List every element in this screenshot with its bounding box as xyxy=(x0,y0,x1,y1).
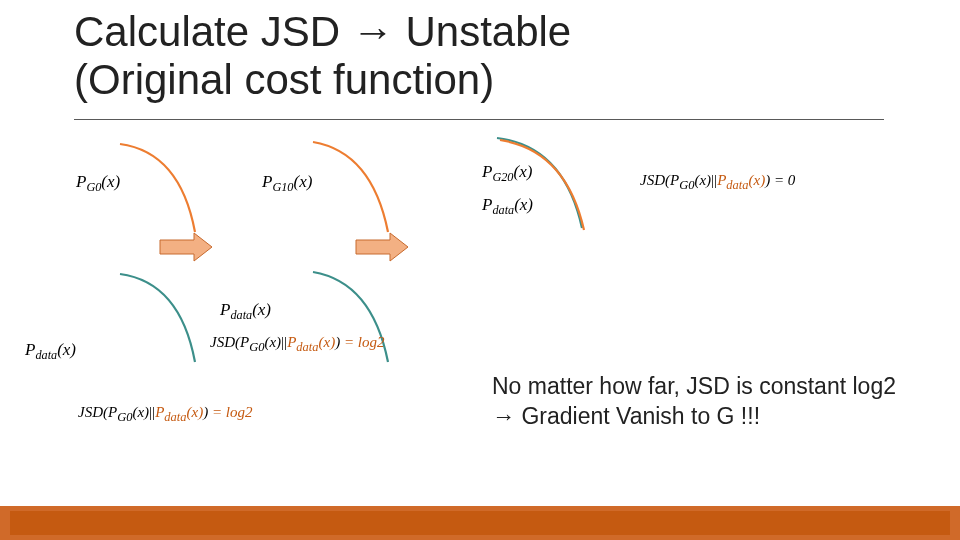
caption-line-2: → Gradient Vanish to G !!! xyxy=(492,403,760,429)
arc-pg0 xyxy=(120,144,195,232)
label-pdata-top: Pdata(x) xyxy=(482,195,533,218)
arc-pg10 xyxy=(313,142,388,232)
bottom-caption: No matter how far, JSD is constant log2 … xyxy=(492,372,922,432)
arc-pdata-1 xyxy=(120,274,195,362)
footer-bar-inner xyxy=(10,511,950,535)
label-pg0: PG0(x) xyxy=(76,172,120,195)
label-pg10: PG10(x) xyxy=(262,172,312,195)
diagram-canvas xyxy=(0,0,960,540)
equation-jsd-log2-b: JSD(PG0(x)||Pdata(x)) = log2 xyxy=(210,334,384,355)
arrow-2 xyxy=(356,233,408,261)
label-pg20: PG20(x) xyxy=(482,162,532,185)
equation-jsd-log2-a: JSD(PG0(x)||Pdata(x)) = log2 xyxy=(78,404,252,425)
equation-jsd-zero: JSD(PG0(x)||Pdata(x)) = 0 xyxy=(640,172,795,193)
arrow-1 xyxy=(160,233,212,261)
footer-bar xyxy=(0,506,960,540)
label-pdata-2: Pdata(x) xyxy=(220,300,271,323)
caption-line-1: No matter how far, JSD is constant log2 xyxy=(492,373,896,399)
slide: Calculate JSD → Unstable (Original cost … xyxy=(0,0,960,540)
label-pdata-1: Pdata(x) xyxy=(25,340,76,363)
